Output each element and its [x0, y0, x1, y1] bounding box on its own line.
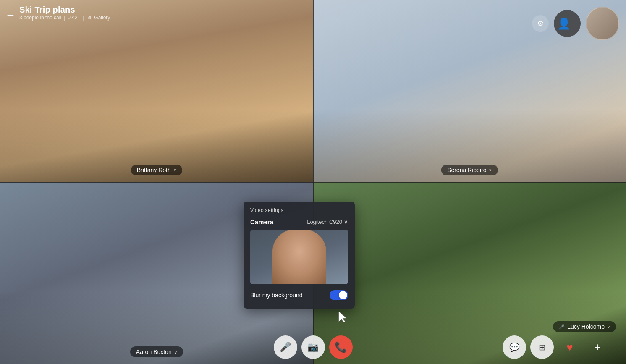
plus-icon: + [594, 340, 601, 354]
subtitle-view: Gallery [94, 15, 110, 21]
video-tile-brittany: Brittany Roth ∨ [0, 0, 313, 182]
end-call-icon: 📞 [335, 341, 347, 353]
react-button[interactable]: ♥ [558, 335, 581, 359]
layout-icon: ⊞ [539, 342, 546, 352]
camera-label: Camera [250, 218, 273, 225]
gear-icon: ⚙ [537, 19, 544, 28]
camera-toggle-button[interactable]: 📷 [301, 335, 325, 359]
video-settings-popup: Video settings Camera Logitech C920 ∨ Bl… [244, 202, 355, 309]
blur-row: Blur my background [250, 290, 348, 300]
monitor-icon: 🖥 [86, 15, 92, 21]
subtitle-duration: 02:21 [68, 15, 80, 21]
video-settings-title: Video settings [250, 207, 348, 213]
subtitle-separator: | [64, 15, 65, 21]
camera-chevron-icon: ∨ [344, 219, 348, 225]
heart-icon: ♥ [566, 341, 573, 354]
call-container: Brittany Roth ∨ Serena Ribeiro ∨ Aaron B… [0, 0, 626, 364]
camera-value[interactable]: Logitech C920 ∨ [307, 219, 348, 225]
top-right-controls: ⚙ 👤+ [532, 7, 619, 40]
call-subtitle: 3 people in the call | 02:21 | 🖥 Gallery [19, 15, 110, 21]
camera-row: Camera Logitech C920 ∨ [250, 218, 348, 225]
toolbar-right: 💬 ⊞ ♥ + [503, 335, 609, 359]
horizontal-divider [0, 182, 626, 183]
camera-icon: 📷 [307, 342, 319, 353]
mic-icon-lucy: 🎤 [559, 324, 565, 330]
people-icon: 👤+ [557, 17, 577, 30]
blur-toggle[interactable] [330, 290, 348, 300]
participant-name-brittany: Brittany Roth [137, 167, 171, 173]
call-title: Ski Trip plans [19, 5, 110, 15]
mute-button[interactable]: 🎤 [274, 335, 297, 359]
add-button[interactable]: + [586, 335, 609, 359]
bottom-toolbar: 🎤 📷 📞 💬 ⊞ ♥ + [0, 330, 626, 364]
participant-name-lucy: Lucy Holcomb [567, 323, 605, 330]
layout-button[interactable]: ⊞ [530, 335, 554, 359]
name-badge-brittany[interactable]: Brittany Roth ∨ [131, 165, 182, 175]
toggle-knob [339, 291, 347, 299]
name-badge-serena[interactable]: Serena Ribeiro ∨ [441, 165, 498, 175]
call-title-block: Ski Trip plans 3 people in the call | 02… [19, 5, 110, 21]
camera-device-name: Logitech C920 [307, 219, 342, 225]
preview-person-silhouette [272, 230, 326, 284]
call-header: ☰ Ski Trip plans 3 people in the call | … [0, 0, 117, 26]
chevron-down-icon: ∨ [489, 168, 492, 172]
end-call-button[interactable]: 📞 [329, 335, 353, 359]
participants-button[interactable]: 👤+ [554, 10, 581, 37]
blur-label: Blur my background [250, 292, 303, 299]
chat-icon: 💬 [509, 342, 520, 352]
participant-name-serena: Serena Ribeiro [447, 167, 486, 173]
hamburger-icon[interactable]: ☰ [7, 9, 14, 17]
subtitle-people: 3 people in the call [19, 15, 61, 21]
tile-overlay [0, 0, 313, 182]
user-avatar[interactable] [586, 7, 619, 40]
chevron-down-icon: ∨ [173, 168, 176, 172]
subtitle-separator2: | [83, 15, 84, 21]
settings-button[interactable]: ⚙ [532, 15, 549, 32]
camera-preview [250, 230, 348, 284]
chat-button[interactable]: 💬 [503, 335, 526, 359]
chevron-down-icon: ∨ [607, 325, 610, 329]
microphone-icon: 🎤 [280, 342, 291, 353]
